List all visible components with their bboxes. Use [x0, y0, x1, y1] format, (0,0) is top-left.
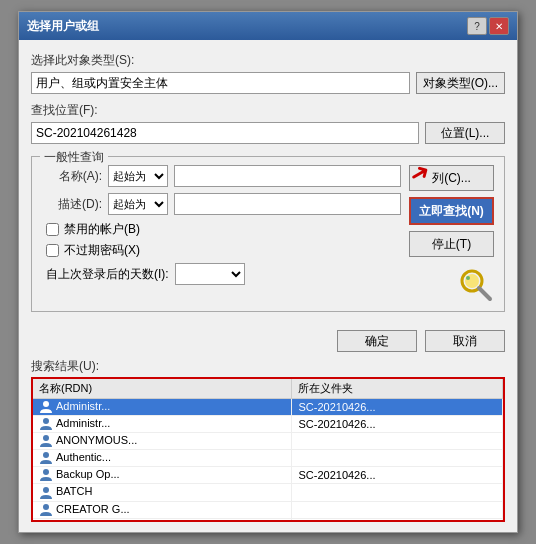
svg-point-6: [43, 435, 49, 441]
table-row[interactable]: Administr...SC-20210426...: [33, 416, 503, 433]
table-row[interactable]: CREATOR G...: [33, 501, 503, 518]
name-condition-select[interactable]: 起始为: [108, 165, 168, 187]
title-bar-buttons: ? ✕: [467, 17, 509, 35]
result-name-cell: Authentic...: [33, 450, 292, 467]
table-row[interactable]: CREATOR O...: [33, 518, 503, 522]
result-name-cell: CREATOR G...: [33, 501, 292, 518]
desc-condition-select[interactable]: 起始为: [108, 193, 168, 215]
result-folder-cell: [292, 518, 503, 522]
col-button[interactable]: 列(C)...: [409, 165, 494, 191]
result-name-cell: Backup Op...: [33, 467, 292, 484]
name-label: 名称(A):: [42, 168, 102, 185]
user-icon: [39, 503, 53, 517]
dialog-content: 选择此对象类型(S): 对象类型(O)... 查找位置(F): 位置(L)...…: [19, 40, 517, 324]
search-icon: [458, 267, 494, 303]
table-row[interactable]: BATCH: [33, 484, 503, 501]
object-type-label: 选择此对象类型(S):: [31, 52, 505, 69]
location-input[interactable]: [31, 122, 419, 144]
svg-point-11: [43, 521, 49, 522]
table-row[interactable]: ANONYMOUS...: [33, 433, 503, 450]
svg-point-4: [43, 401, 49, 407]
cancel-button[interactable]: 取消: [425, 330, 505, 352]
result-folder-cell: SC-20210426...: [292, 399, 503, 416]
result-name-cell: Administr...: [33, 416, 292, 433]
col-header-name: 名称(RDN): [33, 379, 292, 399]
disabled-accounts-checkbox[interactable]: [46, 223, 59, 236]
user-icon: [39, 486, 53, 500]
desc-label: 描述(D):: [42, 196, 102, 213]
form-fields: 名称(A): 起始为 描述(D): 起始为: [42, 165, 401, 303]
results-table: 名称(RDN) 所在义件夹 Administr...SC-20210426...…: [33, 379, 503, 522]
user-icon: [39, 434, 53, 448]
days-label: 自上次登录后的天数(I):: [46, 266, 169, 283]
object-type-section: 选择此对象类型(S): 对象类型(O)...: [31, 52, 505, 94]
groupbox-legend: 一般性查询: [40, 149, 108, 166]
help-button[interactable]: ?: [467, 17, 487, 35]
table-row[interactable]: Backup Op...SC-20210426...: [33, 467, 503, 484]
dialog-title: 选择用户或组: [27, 18, 99, 35]
svg-point-8: [43, 469, 49, 475]
desc-row: 描述(D): 起始为: [42, 193, 401, 215]
result-folder-cell: SC-20210426...: [292, 467, 503, 484]
result-folder-cell: [292, 450, 503, 467]
table-row[interactable]: Authentic...: [33, 450, 503, 467]
right-buttons: 列(C)... 立即查找(N) 停止(T): [409, 165, 494, 303]
results-body: Administr...SC-20210426... Administr...S…: [33, 399, 503, 523]
svg-point-10: [43, 504, 49, 510]
object-type-button[interactable]: 对象类型(O)...: [416, 72, 505, 94]
general-query-groupbox: 一般性查询 名称(A): 起始为 描述(D):: [31, 156, 505, 312]
svg-point-1: [465, 274, 479, 288]
name-row: 名称(A): 起始为: [42, 165, 401, 187]
location-row: 位置(L)...: [31, 122, 505, 144]
result-folder-cell: [292, 501, 503, 518]
close-button[interactable]: ✕: [489, 17, 509, 35]
user-icon: [39, 417, 53, 431]
result-name-cell: ANONYMOUS...: [33, 433, 292, 450]
svg-point-3: [466, 276, 470, 280]
disabled-accounts-row: 禁用的帐户(B): [46, 221, 401, 238]
user-icon: [39, 468, 53, 482]
user-icon: [39, 451, 53, 465]
non-expired-row: 不过期密码(X): [46, 242, 401, 259]
ok-button[interactable]: 确定: [337, 330, 417, 352]
table-header: 名称(RDN) 所在义件夹: [33, 379, 503, 399]
result-folder-cell: SC-20210426...: [292, 416, 503, 433]
result-name-cell: BATCH: [33, 484, 292, 501]
col-header-folder: 所在义件夹: [292, 379, 503, 399]
svg-line-2: [479, 288, 490, 299]
title-bar: 选择用户或组 ? ✕: [19, 12, 517, 40]
non-expired-checkbox[interactable]: [46, 244, 59, 257]
search-results-label: 搜索结果(U):: [19, 358, 517, 377]
table-row[interactable]: Administr...SC-20210426...: [33, 399, 503, 416]
days-select[interactable]: [175, 263, 245, 285]
result-name-cell: Administr...: [33, 399, 292, 416]
stop-button[interactable]: 停止(T): [409, 231, 494, 257]
non-expired-label: 不过期密码(X): [64, 242, 140, 259]
location-section: 查找位置(F): 位置(L)...: [31, 102, 505, 144]
object-type-row: 对象类型(O)...: [31, 72, 505, 94]
form-group-content: 名称(A): 起始为 描述(D): 起始为: [42, 165, 494, 303]
bottom-buttons: 确定 取消: [19, 324, 517, 358]
name-input[interactable]: [174, 165, 401, 187]
result-folder-cell: [292, 484, 503, 501]
days-row: 自上次登录后的天数(I):: [46, 263, 401, 285]
search-icon-area: [409, 267, 494, 303]
svg-point-5: [43, 418, 49, 424]
object-type-input[interactable]: [31, 72, 410, 94]
svg-point-7: [43, 452, 49, 458]
result-folder-cell: [292, 433, 503, 450]
location-button[interactable]: 位置(L)...: [425, 122, 505, 144]
location-label: 查找位置(F):: [31, 102, 505, 119]
desc-input[interactable]: [174, 193, 401, 215]
user-icon: [39, 400, 53, 414]
select-user-dialog: 选择用户或组 ? ✕ 选择此对象类型(S): 对象类型(O)... 查找位置(F…: [18, 11, 518, 533]
search-now-button[interactable]: 立即查找(N): [409, 197, 494, 225]
svg-point-9: [43, 487, 49, 493]
disabled-accounts-label: 禁用的帐户(B): [64, 221, 140, 238]
user-icon: [39, 520, 53, 522]
result-name-cell: CREATOR O...: [33, 518, 292, 522]
results-table-container[interactable]: 名称(RDN) 所在义件夹 Administr...SC-20210426...…: [31, 377, 505, 522]
